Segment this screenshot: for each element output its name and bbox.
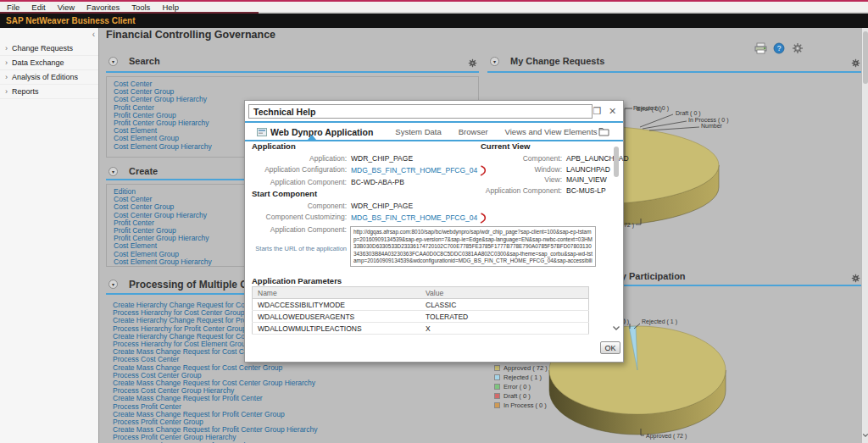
chevron-down-icon[interactable] [612,319,620,335]
panel-underline [106,71,479,73]
pie-label-rejected: Rejected ( 1 ) [642,318,677,325]
dialog-scrollbar [613,143,620,340]
app-window: File Edit View Favorites Tools Help SAP … [0,0,868,443]
table-row[interactable]: WDALLOWEDUSERAGENTS TOLERATED [253,311,589,323]
pie-label-rejected: Rejected ( 0 ) [633,105,669,112]
field-label: Application Configuration: [252,165,347,176]
field-label: Application: [252,154,347,163]
menu-help[interactable]: Help [162,3,179,12]
pie-label-approved: Approved ( 72 ) [646,433,687,440]
field-label: Application Component: [481,186,562,195]
url-section: Starts the URL of the application http:/… [252,226,596,267]
svg-text:?: ? [777,44,782,53]
sidebar-item[interactable]: › Analysis of Editions [0,70,98,85]
tab-views-and-view-elements[interactable]: Views and View Elements [505,127,598,136]
param-value: X [420,323,589,335]
field-label: Component: [481,154,562,163]
table-row[interactable]: WDALLOWMULTIPLEACTIONS X [253,323,589,335]
search-panel-header: ▾ Search [106,56,479,71]
dialog-divider [245,121,623,123]
folder-icon[interactable] [598,125,609,140]
tab-browser[interactable]: Browser [459,127,488,136]
chevron-right-icon: › [5,58,8,67]
collapse-panel-button[interactable]: ▾ [108,280,118,289]
application-url-field[interactable]: http://dgqas.afrsap.com:8010/sap/bc/webd… [350,226,596,267]
section-heading: Application [252,141,479,151]
tab-system-data[interactable]: System Data [395,127,441,136]
header-toolbar: ? [754,42,804,54]
collapse-panel-button[interactable]: ▾ [108,57,118,66]
ok-button[interactable]: OK [600,341,620,354]
field-value: WDR_CHIP_PAGE [351,202,487,210]
field-label: Component Customizing: [252,213,347,224]
application-section: Application Application: WDR_CHIP_PAGE A… [252,141,479,186]
sidebar-item[interactable]: › Reports [0,85,98,99]
sidebar-item[interactable]: › Change Requests [0,42,98,56]
help-icon[interactable]: ? [772,42,786,54]
menu-favorites[interactable]: Favorites [86,3,120,12]
menu-view[interactable]: View [58,3,75,12]
application-parameters-table: Name Value WDACCESSIBILITYMODE CLASSIC W… [252,286,589,335]
field-label: Application Component: [252,178,347,186]
parameters-heading: Application Parameters [252,276,342,285]
sidebar-item-label: Change Requests [12,44,73,53]
field-label: View: [481,175,562,184]
sidebar: ‹ › Change Requests › Data Exchange › An… [0,28,99,443]
url-label: Starts the URL of the application [252,245,347,267]
close-icon[interactable]: ✕ [607,106,618,117]
create-panel-title: Create [129,166,158,176]
sidebar-item-label: Reports [12,87,39,96]
config-link[interactable]: MDG_BS_FIN_CTR_HOME_PFCG_04 [351,166,477,174]
collapse-panel-button[interactable]: ▾ [490,57,499,66]
print-icon[interactable] [754,42,767,54]
personalize-gear-icon[interactable] [791,42,804,54]
chevron-right-icon: › [5,87,8,96]
table-row[interactable]: WDACCESSIBILITYMODE CLASSIC [253,299,589,311]
page-title: Financial Controlling Governance [106,29,275,41]
sidebar-item[interactable]: › Data Exchange [0,56,98,70]
my-change-requests-title: My Change Requests [510,56,604,66]
scrollbar-thumb[interactable] [614,147,619,177]
menu-tools[interactable]: Tools [131,3,150,12]
maximize-icon[interactable]: ❒ [592,106,603,117]
current-view-section: Current View Component: APB_LAUNCHPAD Wi… [481,141,620,195]
customizing-link[interactable]: MDG_BS_FIN_CTR_HOME_PFCG_04 [351,213,477,222]
menu-edit[interactable]: Edit [31,3,45,12]
column-header-name: Name [253,287,421,299]
nwbc-title: SAP NetWeaver Business Client [6,16,135,25]
dialog-title: Technical Help [253,107,315,117]
param-name: WDACCESSIBILITYMODE [253,299,421,311]
param-value: CLASSIC [420,299,589,311]
section-heading: Current View [481,141,620,151]
field-value: WDR_CHIP_PAGE [351,154,487,163]
section-heading: Start Component [252,189,479,198]
gear-icon[interactable] [468,56,477,71]
param-name: WDALLOWMULTIPLEACTIONS [253,323,421,335]
field-value: BC-WD-ABA-PB [351,178,487,186]
field-label: Component: [252,202,347,210]
pie-series-label: Number [701,123,723,129]
param-value: TOLERATED [420,311,589,323]
sidebar-item-label: Analysis of Editions [12,73,78,81]
annotation-mark [480,213,487,224]
technical-help-dialog: Technical Help ❒ ✕ Web Dynpro Applicatio… [244,100,624,363]
column-header-value: Value [420,287,589,299]
search-panel-title: Search [129,56,160,66]
web-dynpro-icon [257,128,267,136]
nwbc-title-bar: SAP NetWeaver Business Client [0,14,868,28]
menu-file[interactable]: File [7,3,19,12]
param-name: WDALLOWEDUSERAGENTS [253,311,421,323]
sidebar-item-label: Data Exchange [12,58,64,67]
chevron-right-icon: › [5,44,8,53]
field-label: Window: [481,165,562,174]
chevron-right-icon: › [5,73,8,81]
collapse-panel-button[interactable]: ▾ [108,167,118,176]
pie-label-draft: Draft ( 0 ) [676,110,701,117]
dialog-title-box: Technical Help [248,104,593,119]
sidebar-collapse-button[interactable]: ‹ [92,30,95,39]
